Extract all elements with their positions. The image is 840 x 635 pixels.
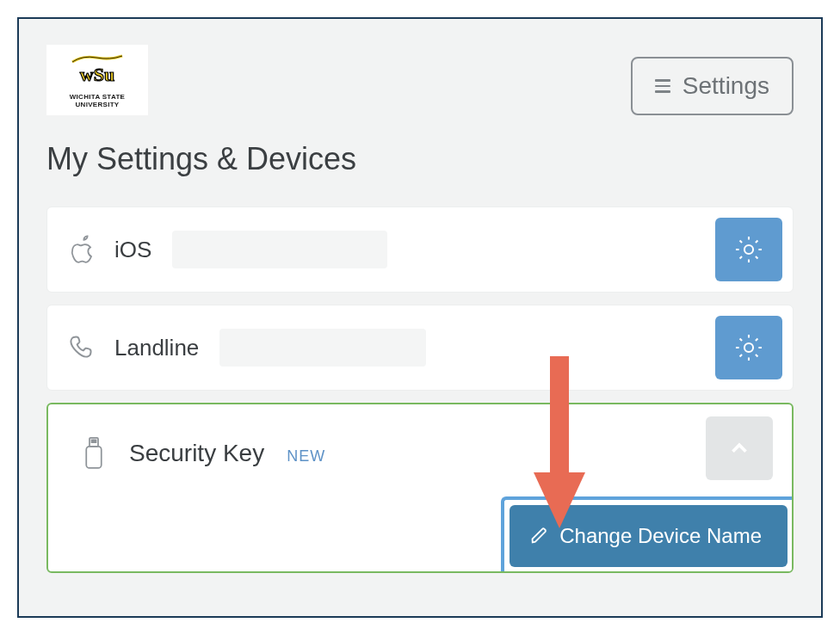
device-row-security-key: Security Key NEW Change Device Name <box>46 403 794 573</box>
device-list: iOS Landline <box>46 207 794 573</box>
usb-key-icon <box>77 436 110 471</box>
change-device-name-label: Change Device Name <box>559 524 762 548</box>
device-options-button[interactable] <box>715 316 782 379</box>
phone-icon <box>66 333 99 362</box>
gear-icon <box>732 233 765 266</box>
change-name-highlight: Change Device Name <box>501 496 793 572</box>
device-label: Landline <box>114 335 199 361</box>
page-title: My Settings & Devices <box>46 141 794 177</box>
redacted-value <box>219 329 426 367</box>
settings-panel: wSu WICHITA STATE UNIVERSITY Settings My… <box>17 17 823 618</box>
svg-rect-6 <box>86 447 102 468</box>
device-row-ios: iOS <box>46 207 794 293</box>
menu-icon <box>655 79 670 93</box>
device-label: iOS <box>114 237 151 263</box>
svg-rect-5 <box>95 441 96 443</box>
svg-point-2 <box>744 343 753 352</box>
device-label: Security Key <box>129 440 264 467</box>
wsu-logo-mark: wSu <box>67 53 127 89</box>
collapse-button[interactable] <box>706 416 773 480</box>
device-options-button[interactable] <box>715 218 782 281</box>
org-logo: wSu WICHITA STATE UNIVERSITY <box>46 45 148 115</box>
header-row: wSu WICHITA STATE UNIVERSITY Settings <box>46 45 794 115</box>
settings-button[interactable]: Settings <box>631 57 794 115</box>
org-logo-text: WICHITA STATE UNIVERSITY <box>70 93 125 108</box>
pencil-icon <box>530 527 549 546</box>
apple-icon <box>66 234 99 265</box>
device-row-landline: Landline <box>46 305 794 391</box>
gear-icon <box>732 331 765 364</box>
redacted-value <box>172 231 387 268</box>
svg-rect-4 <box>92 441 94 443</box>
svg-text:wSu: wSu <box>80 64 114 85</box>
new-badge: NEW <box>287 447 325 465</box>
settings-button-label: Settings <box>682 72 769 100</box>
svg-point-1 <box>744 245 753 254</box>
chevron-up-icon <box>726 435 752 461</box>
change-device-name-button[interactable]: Change Device Name <box>510 505 788 567</box>
